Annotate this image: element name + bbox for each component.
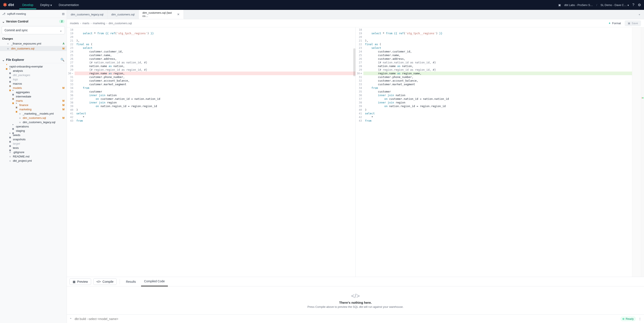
code-line[interactable]: select — [74, 46, 356, 50]
version-control-header[interactable]: ⌄ Version Control 2 — [0, 18, 67, 25]
code-line[interactable]: region.name as region, — [74, 71, 356, 75]
breadcrumb-segment[interactable]: dim_customers.sql — [109, 22, 132, 25]
close-icon[interactable]: ✕ — [177, 13, 180, 16]
code-line[interactable]: on nation.region_id = region.region_id — [74, 104, 356, 108]
file-item[interactable]: ▫dim_customers_legacy.sql — [0, 120, 67, 124]
code-line[interactable] — [364, 28, 632, 31]
code-line[interactable] — [74, 35, 356, 39]
terminal-input[interactable] — [74, 317, 618, 321]
compile-button[interactable]: </> Compile — [93, 279, 117, 285]
branch-row[interactable]: ⎇ sqlfluff-meeting ▤ — [0, 10, 67, 18]
chevron-down-icon[interactable]: ⌄ — [60, 29, 62, 32]
nav-documentation[interactable]: Documentation — [56, 1, 82, 9]
breadcrumb-segment[interactable]: marketing — [93, 22, 105, 25]
code-line[interactable]: select * from {{ ref('stg_tpch__regions'… — [74, 31, 356, 35]
code-line[interactable]: ), — [364, 39, 632, 42]
folder-item[interactable]: ▸ ▣tests — [0, 146, 67, 150]
code-line[interactable]: customer.market_segment — [74, 82, 356, 86]
file-explorer-header[interactable]: ⌄ File Explorer 🔍 — [0, 56, 67, 63]
file-item[interactable]: ▫.gitignore — [0, 150, 67, 154]
code-line[interactable]: on customer.nation_id = nation.nation_id — [74, 97, 356, 101]
code-line[interactable]: inner join region — [364, 101, 632, 104]
code-line[interactable]: {# nation.nation_id as nation_id, #} — [74, 61, 356, 64]
results-tab[interactable]: Results — [123, 277, 139, 286]
code-line[interactable]: select * from {{ ref('stg_tpch__regions'… — [364, 31, 632, 35]
code-line[interactable]: customer.market_segment — [364, 82, 632, 86]
code-line[interactable]: inner join nation — [74, 93, 356, 97]
folder-item[interactable]: ▸ ▣financeM — [0, 103, 67, 107]
code-line[interactable]: on customer.nation_id = nation.nation_id — [364, 97, 632, 101]
code-line[interactable]: customer.account_balance, — [74, 79, 356, 82]
code-line[interactable]: from — [364, 119, 632, 122]
folder-item[interactable]: ▾ ▣marketingM — [0, 107, 67, 112]
change-item[interactable]: ▫_finance_exposures.ymlA — [0, 41, 67, 46]
compiled-code-tab[interactable]: Compiled Code — [141, 277, 168, 286]
new-tab-button[interactable]: ＋ — [634, 10, 644, 19]
nav-develop[interactable]: Develop — [19, 1, 36, 9]
code-line[interactable]: final as ( — [74, 42, 356, 46]
folder-item[interactable]: ▸ ▣operations — [0, 124, 67, 129]
code-line[interactable]: {# region.region_id as region_id, #} — [364, 68, 632, 71]
file-item[interactable]: ▫README.md — [0, 154, 67, 159]
commit-and-sync-button[interactable]: Commit and sync ⌄ — [2, 26, 65, 34]
code-line[interactable]: ) — [364, 108, 632, 112]
code-line[interactable]: on nation.region_id = region.region_id — [364, 104, 632, 108]
code-line[interactable]: inner join nation — [364, 93, 632, 97]
chevron-up-icon[interactable]: ⌃ — [70, 318, 72, 321]
code-line[interactable]: select — [364, 46, 632, 50]
code-line[interactable]: customer.address, — [74, 57, 356, 61]
code-line[interactable]: select — [74, 112, 356, 115]
breadcrumb-segment[interactable]: marts — [82, 22, 90, 25]
code-line[interactable] — [364, 35, 632, 39]
account-name[interactable]: dbt Labs - ProServ S… — [564, 3, 593, 7]
editor-tab[interactable]: dim_customers.sql (last co…✕ — [139, 10, 184, 19]
code-line[interactable]: customer.phone_number, — [364, 75, 632, 79]
format-button[interactable]: ✦ Format — [608, 22, 621, 25]
file-item[interactable]: ▫dbt_project.yml — [0, 159, 67, 163]
code-line[interactable]: * — [364, 115, 632, 119]
search-icon[interactable]: 🔍 — [60, 58, 64, 62]
env-name[interactable]: SL Demo - Dave C… ▾ — [600, 3, 629, 7]
file-item[interactable]: ▫dim_customers.sqlM — [0, 116, 67, 120]
code-line[interactable]: {# nation.nation_id as nation_id, #} — [364, 61, 632, 64]
folder-item[interactable]: ▾ ▣modelsM — [0, 86, 67, 90]
code-line[interactable]: from — [364, 86, 632, 90]
code-line[interactable]: inner join region — [74, 101, 356, 104]
editor-tab[interactable]: dim_customers_legacy.sql — [67, 10, 108, 19]
code-line[interactable]: select — [364, 112, 632, 115]
code-line[interactable]: region.name as region_name, — [364, 71, 632, 75]
nav-deploy[interactable]: Deploy ▾ — [37, 1, 55, 9]
code-line[interactable]: from — [74, 119, 356, 122]
code-line[interactable] — [74, 28, 356, 31]
code-line[interactable]: customer.address, — [364, 57, 632, 61]
code-line[interactable]: final as ( — [364, 42, 632, 46]
logo[interactable]: ✱ dbt — [3, 2, 14, 8]
code-line[interactable]: customer.phone_number, — [74, 75, 356, 79]
code-line[interactable]: customer.name, — [364, 53, 632, 57]
code-line[interactable]: customer.account_balance, — [364, 79, 632, 82]
diff-overview-ruler[interactable] — [641, 27, 644, 277]
code-line[interactable]: customer — [364, 90, 632, 93]
editor-tab[interactable]: dim_customers.sql — [108, 10, 138, 19]
code-line[interactable]: nation.name as nation, — [364, 64, 632, 68]
code-line[interactable]: ) — [74, 108, 356, 112]
breadcrumb[interactable]: models›marts›marketing›dim_customers.sql — [70, 22, 132, 25]
book-icon[interactable]: ▤ — [62, 12, 64, 15]
file-item[interactable]: ▫_marketing__models.yml — [0, 112, 67, 116]
code-line[interactable]: ), — [74, 39, 356, 42]
diff-left-pane[interactable]: 18192021222324252627282930-3132333435363… — [67, 27, 356, 277]
code-line[interactable]: customer.customer_id, — [74, 50, 356, 53]
code-line[interactable]: nation.name as nation, — [74, 64, 356, 68]
help-icon[interactable]: ? — [632, 3, 634, 7]
folder-item[interactable]: ▸ ▣intermediate — [0, 94, 67, 99]
folder-item[interactable]: ▾ ▣martsM — [0, 99, 67, 103]
diff-right-pane[interactable]: 18192021222324252627282930+3132333435363… — [356, 27, 644, 277]
breadcrumb-segment[interactable]: models — [70, 22, 79, 25]
code-line[interactable]: from — [74, 86, 356, 90]
change-item[interactable]: ▫dim_customers.sqlM — [0, 46, 67, 51]
gear-icon[interactable]: ⚙ — [638, 3, 641, 7]
code-line[interactable]: * — [74, 115, 356, 119]
scrollbar[interactable] — [353, 48, 356, 76]
code-line[interactable]: {# region.region_id as region_id, #} — [74, 68, 356, 71]
code-line[interactable]: customer.name, — [74, 53, 356, 57]
